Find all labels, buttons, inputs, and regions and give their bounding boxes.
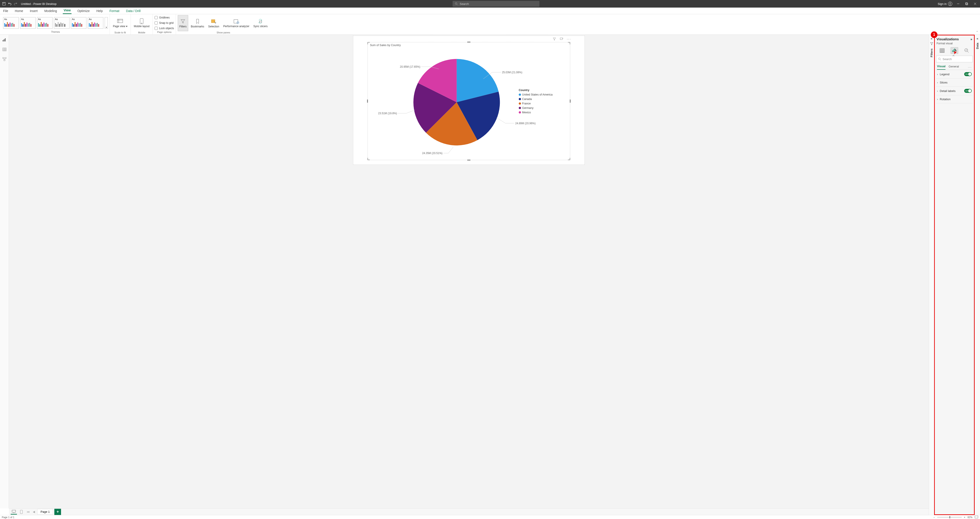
tab-format[interactable]: Format (108, 8, 120, 14)
resize-handle[interactable] (368, 158, 370, 160)
tab-home[interactable]: Home (14, 8, 24, 14)
page-view-button[interactable]: Page view ▾ (111, 15, 129, 31)
user-icon (948, 2, 952, 6)
add-page-button[interactable]: + (54, 509, 61, 515)
resize-handle[interactable] (368, 42, 370, 44)
format-card-rotation[interactable]: › Rotation (936, 95, 973, 103)
performance-pane-button[interactable]: Performance analyzer (222, 15, 251, 31)
visual-more-icon[interactable]: ··· (567, 37, 571, 42)
viz-pane-title: Visualizations (937, 37, 959, 41)
performance-icon (233, 18, 240, 24)
tab-modeling[interactable]: Modeling (43, 8, 58, 14)
selection-pane-button[interactable]: Selection (207, 15, 221, 31)
zoom-out-button[interactable]: − (934, 516, 935, 519)
legend-title: Country (519, 89, 530, 92)
page-nav-first[interactable]: ⏮ (26, 510, 30, 513)
desktop-layout-button[interactable] (11, 509, 17, 514)
minimize-button[interactable] (956, 1, 961, 6)
svg-point-30 (939, 58, 940, 60)
ribbon-collapse-icon[interactable]: ⌃ (976, 30, 978, 33)
global-search[interactable]: Search (453, 1, 539, 7)
format-search[interactable]: Search (936, 56, 973, 62)
theme-swatch[interactable]: Aa (3, 17, 19, 29)
legend-item[interactable]: Mexico (522, 111, 531, 114)
theme-dropdown[interactable]: ▾ (105, 17, 108, 29)
legend-swatch (519, 98, 521, 100)
theme-swatch[interactable]: Aa (20, 17, 36, 29)
legend-toggle[interactable]: On (964, 72, 972, 76)
theme-swatch[interactable]: Aa (88, 17, 103, 29)
format-card-detail-labels[interactable]: › Detail labels On (936, 87, 973, 95)
resize-handle[interactable] (467, 160, 470, 160)
subtab-general[interactable]: General (948, 65, 959, 70)
data-view-button[interactable] (2, 47, 7, 52)
ribbon-group-mobile: Mobile layout Mobile (131, 14, 153, 35)
window-title: Untitled - Power BI Desktop (21, 2, 57, 6)
resize-handle[interactable] (367, 100, 368, 103)
data-label: 20.95M (17.65%) (400, 65, 420, 68)
filters-pane-collapsed[interactable]: Filters (929, 35, 934, 515)
theme-swatch[interactable]: Aa (71, 17, 86, 29)
tab-insert[interactable]: Insert (29, 8, 38, 14)
fit-page-button[interactable] (975, 516, 978, 519)
tab-optimize[interactable]: Optimize (76, 8, 91, 14)
mobile-layout-toggle[interactable] (18, 509, 24, 514)
subtab-more[interactable]: ··· (968, 65, 972, 69)
page-nav-prev[interactable]: ◀ (32, 510, 36, 513)
filters-pane-button[interactable]: Filters (178, 15, 188, 31)
visual-focus-icon[interactable] (560, 37, 563, 42)
maximize-button[interactable] (964, 1, 969, 6)
tab-help[interactable]: Help (95, 8, 104, 14)
svg-rect-11 (234, 20, 238, 23)
zoom-in-button[interactable]: + (964, 516, 965, 519)
collapse-viz-icon[interactable] (970, 37, 972, 41)
data-label: 24.89M (20.96%) (515, 122, 536, 125)
save-icon[interactable] (2, 2, 6, 6)
report-page-canvas[interactable]: ··· Sum of Sales by Country 25.03M (21.0… (353, 36, 585, 165)
mobile-layout-button[interactable]: Mobile layout (132, 15, 151, 31)
svg-rect-23 (20, 510, 22, 514)
format-card-slices[interactable]: › Slices (936, 79, 973, 87)
data-pane-collapsed[interactable]: Data (975, 35, 980, 515)
svg-rect-10 (212, 20, 215, 23)
sync-slicers-button[interactable]: Sync slicers (252, 15, 269, 31)
undo-icon[interactable] (8, 2, 11, 6)
redo-icon[interactable] (14, 2, 18, 6)
theme-swatch[interactable]: Aa (54, 17, 70, 29)
legend-item[interactable]: France (522, 102, 531, 105)
ribbon: Aa Aa Aa Aa Aa Aa ▾ Themes Page view ▾ S… (0, 14, 980, 35)
legend-item[interactable]: Germany (522, 106, 534, 110)
legend-item[interactable]: United States of America (522, 93, 553, 96)
signin-button[interactable]: Sign in (938, 2, 952, 6)
zoom-slider[interactable] (937, 517, 962, 517)
resize-handle[interactable] (568, 42, 570, 44)
build-visual-button[interactable] (939, 47, 946, 54)
tab-datadrill[interactable]: Data / Drill (125, 8, 142, 14)
legend-item[interactable]: Canada (522, 97, 532, 101)
lock-checkbox[interactable]: Lock objects (154, 26, 174, 31)
bookmarks-pane-button[interactable]: Bookmarks (189, 15, 205, 31)
resize-handle[interactable] (568, 158, 570, 160)
model-view-button[interactable] (2, 57, 7, 62)
visual-filter-icon[interactable] (553, 37, 556, 42)
resize-handle[interactable] (467, 42, 470, 43)
format-card-legend[interactable]: › Legend On (936, 70, 973, 79)
close-button[interactable] (972, 1, 978, 6)
gridlines-checkbox[interactable]: Gridlines (154, 15, 170, 20)
group-label-panes: Show panes (217, 31, 230, 34)
tab-file[interactable]: File (2, 8, 9, 14)
tab-view[interactable]: View (63, 8, 72, 14)
search-icon (938, 57, 941, 60)
report-view-button[interactable] (2, 37, 7, 42)
expand-data-icon[interactable] (977, 37, 978, 41)
report-canvas-area: ··· Sum of Sales by Country 25.03M (21.0… (9, 35, 929, 508)
resize-handle[interactable] (570, 100, 571, 103)
analytics-button[interactable] (963, 47, 970, 54)
page-tab-1[interactable]: Page 1 (37, 509, 53, 514)
data-pane-label: Data (976, 43, 979, 49)
detail-labels-toggle[interactable]: On (964, 89, 972, 93)
theme-swatch[interactable]: Aa (37, 17, 52, 29)
snap-checkbox[interactable]: Snap to grid (154, 21, 173, 25)
subtab-visual[interactable]: Visual (937, 65, 945, 70)
pie-chart-visual[interactable]: Sum of Sales by Country 25.03M (21.08%)2… (368, 42, 570, 160)
